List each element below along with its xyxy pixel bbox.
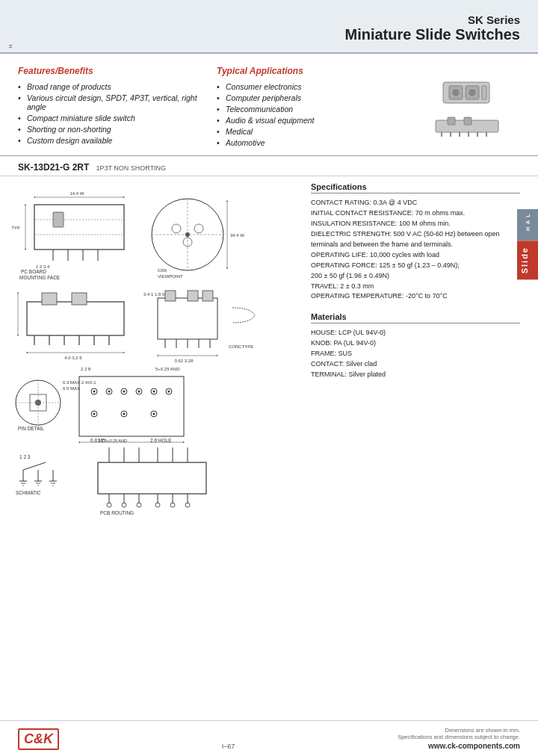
svg-rect-8	[464, 117, 471, 125]
svg-rect-114	[98, 462, 206, 494]
svg-text:34.4 W: 34.4 W	[230, 233, 244, 238]
svg-text:PIN DETAIL: PIN DETAIL	[18, 426, 44, 431]
svg-text:2    2    8: 2 2 8	[81, 367, 91, 371]
svg-point-81	[123, 391, 126, 393]
side-tab-slide: Slide	[517, 241, 538, 279]
svg-text:4.0 3.2 6: 4.0 3.2 6	[64, 356, 82, 360]
svg-rect-57	[202, 291, 213, 301]
spec-travel: TRAVEL: 2 ± 0.3 mm	[311, 282, 520, 292]
side-tabs: H A L Slide	[517, 209, 538, 279]
svg-text:MOUNTING FACE: MOUNTING FACE	[19, 275, 61, 280]
svg-point-4	[453, 90, 459, 96]
svg-text:PC BOARD: PC BOARD	[21, 269, 46, 274]
svg-point-85	[153, 391, 155, 393]
svg-text:TYP: TYP	[11, 226, 20, 230]
svg-text:0.5 MAX: 0.5 MAX	[63, 386, 80, 391]
applications-column: Typical Applications Consumer electronic…	[217, 66, 401, 148]
svg-point-71	[35, 400, 41, 406]
svg-point-91	[123, 413, 126, 415]
list-item: Shorting or non-shorting	[18, 123, 202, 134]
material-knob: KNOB: PA (UL 94V-0)	[311, 338, 520, 349]
main-title: Miniature Slide Switches	[18, 26, 520, 43]
svg-rect-55	[165, 291, 176, 301]
svg-text:3.4 1   1.8 0: 3.4 1 1.8 0	[143, 292, 165, 297]
svg-rect-41	[27, 302, 124, 335]
specifications-section: Specifications CONTACT RATING: 0.3A @ 4 …	[311, 182, 520, 302]
features-heading: Features/Benefits	[18, 66, 202, 76]
list-item: Various circuit design, SPDT, 4P3T, vert…	[18, 92, 202, 112]
list-item: Medical	[217, 126, 401, 137]
svg-point-83	[138, 391, 140, 393]
material-terminal: TERMINAL: Silver plated	[311, 370, 520, 380]
list-item: Computer peripherals	[217, 92, 401, 103]
specifications-heading: Specifications	[311, 182, 520, 193]
svg-rect-75	[79, 377, 184, 436]
top-section: Features/Benefits Broad range of product…	[0, 54, 538, 156]
features-list: Broad range of products Various circuit …	[18, 81, 202, 146]
specs-column: Specifications CONTACT RATING: 0.3A @ 4 …	[311, 182, 520, 580]
svg-text:SCHMATIC: SCHMATIC	[16, 490, 41, 495]
material-contact: CONTACT: Silver clad	[311, 359, 520, 370]
svg-text:1    2    3: 1 2 3	[19, 454, 31, 459]
list-item: Broad range of products	[18, 81, 202, 92]
svg-rect-3	[482, 86, 486, 99]
part-section: SK-13D21-G 2RT 1P3T NON SHORTING	[0, 156, 538, 176]
applications-list: Consumer electronics Computer peripheral…	[217, 81, 401, 148]
product-image-2	[434, 116, 501, 138]
list-item: Compact miniature slide switch	[18, 112, 202, 123]
svg-rect-15	[34, 205, 124, 250]
spec-operating-life: OPERATING LIFE: 10,000 cycles with load	[311, 250, 520, 261]
svg-rect-18	[53, 212, 64, 227]
spec-dielectric: DIELECTRIC STRENGTH: 500 V AC (50-60 Hz)…	[311, 229, 520, 250]
svg-point-32	[172, 224, 181, 233]
svg-rect-54	[158, 298, 217, 339]
svg-text:PCB ROUTING: PCB ROUTING	[100, 510, 134, 515]
product-images	[415, 66, 520, 148]
svg-rect-42	[42, 293, 57, 305]
list-item: Consumer electronics	[217, 81, 401, 92]
spec-contact-rating: CONTACT RATING: 0.3A @ 4 VDC	[311, 198, 520, 208]
svg-rect-43	[72, 293, 87, 305]
drawings-column: 14.4 W TYP 1 2 3 4 PC BOARD MOUNTING FAC…	[12, 182, 302, 580]
footer-note: Dimensions are shown in mm.Specification…	[398, 727, 520, 740]
svg-point-5	[469, 90, 475, 96]
features-column: Features/Benefits Broad range of product…	[18, 66, 202, 148]
footer: C&K I–67 Dimensions are shown in mm.Spec…	[0, 720, 538, 756]
svg-text:H: H	[525, 226, 531, 231]
list-item: Telecommunication	[217, 103, 401, 114]
spec-insulation: INSULATION RESISTANCE: 100 M ohms min.	[311, 219, 520, 229]
svg-text:L: L	[525, 214, 531, 217]
svg-rect-56	[188, 291, 198, 301]
svg-text:5+0.25 AND: 5+0.25 AND	[155, 367, 180, 371]
svg-point-77	[93, 391, 96, 393]
header: SK Series Miniature Slide Switches	[0, 0, 538, 54]
svg-text:H: H	[8, 45, 13, 48]
materials-section: Materials HOUSE: LCP (UL 94V-0) KNOB: PA…	[311, 312, 520, 380]
svg-point-87	[168, 391, 170, 393]
svg-rect-7	[448, 117, 455, 125]
materials-heading: Materials	[311, 312, 520, 323]
spec-contact-resistance: INITIAL CONTACT RESISTANCE: 70 m ohms ma…	[311, 208, 520, 219]
material-house: HOUSE: LCP (UL 94V-0)	[311, 328, 520, 338]
applications-heading: Typical Applications	[217, 66, 401, 76]
product-image-1	[442, 76, 494, 110]
footer-right-block: Dimensions are shown in mm.Specification…	[398, 727, 520, 750]
footer-url: www.ck-components.com	[398, 742, 520, 750]
list-item: Automotive	[217, 137, 401, 148]
main-content: 14.4 W TYP 1 2 3 4 PC BOARD MOUNTING FAC…	[0, 176, 538, 586]
svg-text:A: A	[525, 220, 531, 224]
spec-force: OPERATING FORCE: 125 ± 50 gf (1.23 – 0.4…	[311, 261, 520, 282]
svg-point-33	[194, 224, 203, 233]
svg-text:14.4 W: 14.4 W	[69, 191, 84, 196]
page: SK Series Miniature Slide Switches Featu…	[0, 0, 538, 756]
page-number: I–67	[222, 743, 235, 750]
part-description: 1P3T NON SHORTING	[96, 164, 166, 172]
svg-text:0.62 3.28: 0.62 3.28	[174, 359, 194, 363]
svg-text:VIEWPOINT: VIEWPOINT	[158, 274, 183, 279]
technical-drawings: 14.4 W TYP 1 2 3 4 PC BOARD MOUNTING FAC…	[12, 182, 288, 578]
svg-point-79	[108, 391, 111, 393]
spec-temperature: OPERATING TEMPERATURE: -20°C to 70°C	[311, 291, 520, 302]
part-number: SK-13D21-G 2RT	[18, 162, 89, 173]
svg-text:2    2    5+0.25 AND: 2 2 5+0.25 AND	[98, 439, 127, 443]
svg-text:CRK: CRK	[158, 268, 167, 273]
